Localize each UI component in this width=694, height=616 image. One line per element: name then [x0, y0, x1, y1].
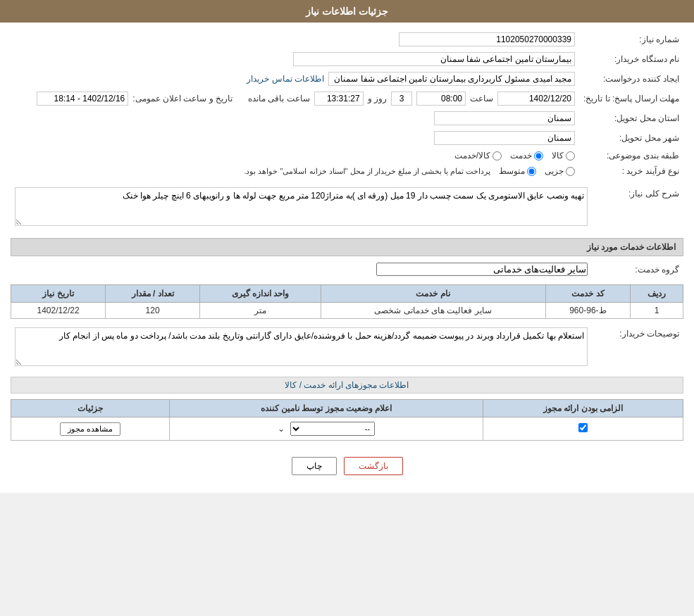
back-button[interactable]: بازگشت	[344, 457, 403, 475]
creator-row: ایجاد کننده درخواست: اطلاعات تماس خریدار	[11, 69, 683, 89]
buyer-org-label: نام دستگاه خریدار:	[579, 49, 683, 69]
province-input[interactable]	[434, 111, 575, 125]
page-wrapper: جزئیات اطلاعات نیاز شماره نیاز: نام دستگ…	[0, 0, 694, 493]
page-header: جزئیات اطلاعات نیاز	[0, 0, 694, 23]
deadline-date-input[interactable]	[497, 92, 575, 106]
announce-input[interactable]	[37, 92, 128, 106]
buyer-notes-table: توصیحات خریدار:	[11, 325, 683, 371]
category-khedmat-option[interactable]: خدمت	[510, 151, 543, 161]
process-jozi-radio[interactable]	[566, 167, 575, 176]
process-value-cell: جزیی متوسط پرداخت تمام یا بخشی از مبلغ خ…	[11, 163, 579, 179]
perm-required-cell	[483, 417, 683, 441]
deadline-value-cell: ساعت روز و ساعت باقی مانده تاریخ و ساعت …	[11, 89, 579, 108]
contact-link[interactable]: اطلاعات تماس خریدار	[247, 74, 324, 84]
row-unit: متر	[200, 303, 321, 319]
category-kala-khedmat-label: کالا/خدمت	[454, 151, 490, 161]
print-button[interactable]: چاپ	[292, 457, 337, 475]
city-input[interactable]	[434, 131, 575, 145]
services-table-header: ردیف کد خدمت نام خدمت واحد اندازه گیری ت…	[11, 285, 683, 303]
row-quantity: 120	[106, 303, 200, 319]
services-section-header: اطلاعات خدمات مورد نیاز	[11, 238, 683, 256]
category-label: طبقه بندی موضوعی:	[579, 148, 683, 163]
category-kala-label: کالا	[552, 151, 564, 161]
process-motovaset-option[interactable]: متوسط	[499, 166, 536, 176]
chevron-down-icon: ⌄	[278, 424, 285, 434]
province-label: استان محل تحویل:	[579, 108, 683, 128]
remaining-label: ساعت باقی مانده	[248, 94, 310, 103]
province-value-cell	[11, 108, 579, 128]
days-input[interactable]	[391, 92, 412, 106]
process-label: نوع فرآیند خرید :	[579, 163, 683, 179]
category-value-cell: کالا خدمت کالا/خدمت	[11, 148, 579, 163]
service-group-row: گروه خدمت:	[11, 260, 683, 279]
col-quantity: تعداد / مقدار	[106, 285, 200, 303]
main-info-table: شماره نیاز: نام دستگاه خریدار: ا	[11, 30, 683, 179]
perm-details-cell: مشاهده مجوز	[11, 417, 170, 441]
col-unit: واحد اندازه گیری	[200, 285, 321, 303]
category-kala-khedmat-option[interactable]: کالا/خدمت	[454, 151, 502, 161]
city-value-cell	[11, 128, 579, 148]
buyer-org-input[interactable]	[293, 52, 575, 66]
category-row: طبقه بندی موضوعی: کالا خدمت	[11, 148, 683, 163]
process-note: پرداخت تمام یا بخشی از مبلغ خریدار از مح…	[244, 167, 490, 176]
button-bar: بازگشت چاپ	[11, 446, 683, 486]
need-description-section: شرح کلی نیاز:	[11, 184, 683, 231]
perm-status-select[interactable]: --	[290, 422, 375, 436]
buyer-org-row: نام دستگاه خریدار:	[11, 49, 683, 69]
need-number-value-cell	[58, 30, 579, 49]
col-name: نام خدمت	[321, 285, 545, 303]
process-jozi-option[interactable]: جزیی	[545, 166, 575, 176]
main-content: شماره نیاز: نام دستگاه خریدار: ا	[0, 23, 694, 493]
category-kala-radio[interactable]	[566, 151, 575, 161]
need-number-label: شماره نیاز:	[579, 30, 683, 49]
creator-label: ایجاد کننده درخواست:	[579, 69, 683, 89]
process-motovaset-radio[interactable]	[527, 167, 536, 176]
row-date: 1402/12/22	[11, 303, 106, 319]
deadline-label: مهلت ارسال پاسخ: تا تاریخ:	[579, 89, 683, 108]
category-khedmat-label: خدمت	[510, 151, 532, 161]
perm-status-cell: -- ⌄	[170, 417, 483, 441]
col-date: تاریخ نیاز	[11, 285, 106, 303]
view-permit-button[interactable]: مشاهده مجوز	[60, 422, 120, 436]
row-code: ط-96-960	[545, 303, 631, 319]
process-motovaset-label: متوسط	[499, 166, 525, 176]
buyer-notes-value-cell	[11, 325, 592, 371]
city-row: شهر محل تحویل:	[11, 128, 683, 148]
perm-col-status: اعلام وضعیت مجوز توسط نامین کننده	[170, 400, 483, 417]
need-number-input[interactable]	[399, 32, 575, 46]
description-row: شرح کلی نیاز:	[11, 184, 683, 231]
description-textarea[interactable]	[15, 187, 588, 226]
process-row: نوع فرآیند خرید : جزیی متوسط پرداخت	[11, 163, 683, 179]
service-group-table: گروه خدمت:	[11, 260, 683, 279]
row-index: 1	[631, 303, 683, 319]
buyer-notes-textarea[interactable]	[15, 327, 588, 366]
services-table: ردیف کد خدمت نام خدمت واحد اندازه گیری ت…	[11, 284, 683, 319]
time-label: ساعت	[470, 94, 493, 103]
remaining-input[interactable]	[314, 92, 364, 106]
service-group-label: گروه خدمت:	[592, 260, 683, 279]
category-kala-khedmat-radio[interactable]	[492, 151, 502, 161]
permissions-row: -- ⌄ مشاهده مجوز	[11, 417, 683, 441]
description-label: شرح کلی نیاز:	[592, 184, 683, 231]
buyer-notes-row: توصیحات خریدار:	[11, 325, 683, 371]
perm-required-checkbox[interactable]	[578, 423, 588, 432]
city-label: شهر محل تحویل:	[579, 128, 683, 148]
description-table: شرح کلی نیاز:	[11, 184, 683, 231]
service-group-input[interactable]	[376, 263, 588, 276]
creator-input[interactable]	[328, 72, 575, 86]
permissions-section-header: اطلاعات مجوزهای ارائه خدمت / کالا	[11, 377, 683, 394]
deadline-time-input[interactable]	[416, 92, 466, 106]
permissions-table-header: الزامی بودن ارائه مجوز اعلام وضعیت مجوز …	[11, 400, 683, 417]
buyer-notes-label: توصیحات خریدار:	[592, 325, 683, 371]
perm-col-details: جزئیات	[11, 400, 170, 417]
perm-col-required: الزامی بودن ارائه مجوز	[483, 400, 683, 417]
category-kala-option[interactable]: کالا	[552, 151, 575, 161]
days-label: روز و	[368, 94, 387, 103]
description-value-cell	[11, 184, 592, 231]
process-jozi-label: جزیی	[545, 166, 564, 176]
category-khedmat-radio[interactable]	[534, 151, 543, 161]
service-group-value-cell	[11, 260, 592, 279]
province-row: استان محل تحویل:	[11, 108, 683, 128]
col-code: کد خدمت	[545, 285, 631, 303]
buyer-org-value-cell	[11, 49, 579, 69]
